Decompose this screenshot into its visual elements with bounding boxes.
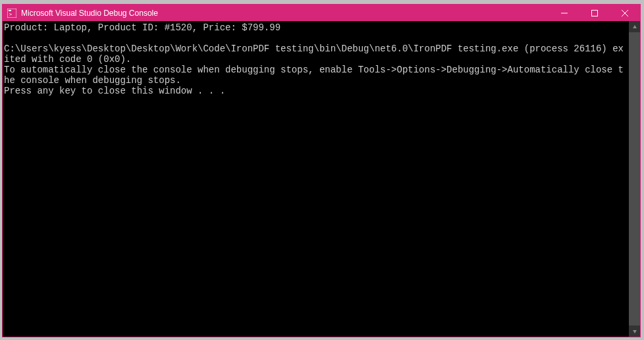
output-line: Press any key to close this window . . . xyxy=(4,86,225,96)
vertical-scrollbar[interactable] xyxy=(629,21,640,337)
scroll-track[interactable] xyxy=(629,32,640,326)
svg-text:>: > xyxy=(9,12,12,17)
output-line: Product: Laptop, Product ID: #1520, Pric… xyxy=(4,22,281,33)
window-controls xyxy=(549,5,640,21)
svg-marker-7 xyxy=(633,25,637,28)
content-area: Product: Laptop, Product ID: #1520, Pric… xyxy=(3,21,640,337)
scroll-thumb[interactable] xyxy=(629,32,640,326)
maximize-button[interactable] xyxy=(579,5,610,21)
svg-rect-1 xyxy=(9,10,11,11)
app-icon: > xyxy=(7,8,17,18)
console-output[interactable]: Product: Laptop, Product ID: #1520, Pric… xyxy=(3,21,629,337)
titlebar[interactable]: > Microsoft Visual Studio Debug Console xyxy=(3,5,640,21)
output-line: C:\Users\kyess\Desktop\Desktop\Work\Code… xyxy=(4,43,624,65)
scroll-up-button[interactable] xyxy=(629,21,640,32)
svg-rect-4 xyxy=(592,10,598,16)
window-title: Microsoft Visual Studio Debug Console xyxy=(21,9,549,18)
output-line: To automatically close the console when … xyxy=(4,65,624,86)
console-window: > Microsoft Visual Studio Debug Console … xyxy=(2,4,641,337)
close-button[interactable] xyxy=(610,5,640,21)
svg-marker-8 xyxy=(633,330,637,333)
minimize-button[interactable] xyxy=(549,5,579,21)
scroll-down-button[interactable] xyxy=(629,326,640,337)
